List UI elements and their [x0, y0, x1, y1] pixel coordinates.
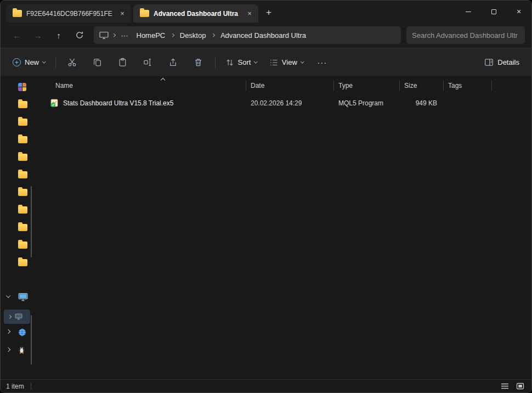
item-count: 1 item [6, 383, 24, 390]
sidebar-folder-item[interactable] [18, 152, 29, 162]
column-header-size[interactable]: Size [400, 81, 444, 91]
share-icon [168, 58, 178, 67]
sidebar-folder-item[interactable] [18, 117, 29, 127]
folder-icon [18, 242, 27, 249]
paste-icon [118, 58, 127, 67]
chevron-right-icon [8, 315, 11, 318]
cut-icon [67, 58, 77, 67]
maximize-icon [491, 9, 496, 14]
column-header-date[interactable]: Date [246, 81, 334, 91]
copy-icon [93, 58, 102, 67]
sidebar-folder-item[interactable] [18, 240, 29, 250]
folder-icon [18, 154, 27, 161]
file-date: 20.02.2026 14:29 [246, 99, 334, 107]
linux-penguin-icon [18, 345, 25, 354]
copy-button[interactable] [86, 53, 110, 72]
large-icons-view-toggle[interactable] [514, 381, 526, 391]
chevron-right-icon[interactable] [6, 329, 10, 334]
forward-button[interactable]: → [28, 26, 48, 44]
folder-icon [18, 259, 27, 266]
sort-button-label: Sort [238, 58, 251, 66]
column-header-name[interactable]: Name [48, 81, 246, 91]
sidebar-folder-item[interactable] [18, 222, 29, 232]
details-pane-icon [484, 58, 494, 67]
mql5-file-icon [50, 99, 59, 108]
details-pane-button[interactable]: Details [479, 53, 525, 72]
file-type: MQL5 Program [334, 99, 400, 107]
sidebar-folder-item[interactable] [18, 257, 29, 267]
status-divider [31, 383, 31, 390]
minimize-button[interactable] [456, 1, 481, 23]
sort-icon [225, 58, 234, 67]
explorer-tab-active[interactable]: Advanced Dashboard Ultra × [133, 4, 258, 23]
breadcrumb-desktop[interactable]: Desktop [178, 31, 208, 40]
sidebar-item-this-pc[interactable] [18, 292, 29, 302]
share-button[interactable] [161, 53, 185, 72]
view-button-label: View [282, 58, 297, 66]
folder-icon [18, 119, 27, 126]
more-options-button[interactable]: ··· [310, 53, 334, 72]
rename-icon [143, 58, 152, 67]
sidebar-folder-item[interactable] [18, 187, 29, 197]
refresh-button[interactable] [70, 26, 89, 44]
explorer-tab-inactive[interactable]: F92E64416DC9B766F951FE852 × [6, 4, 131, 23]
column-header-tags[interactable]: Tags [444, 81, 492, 91]
search-input[interactable] [412, 31, 519, 40]
chevron-down-icon [301, 60, 304, 63]
chevron-down-icon[interactable] [6, 293, 10, 297]
view-button[interactable]: View [264, 53, 309, 72]
close-button[interactable]: × [506, 1, 531, 23]
sidebar-item-gallery[interactable] [18, 82, 29, 92]
breadcrumb-current-folder[interactable]: Advanced Dashboard Ultra [218, 31, 308, 40]
sidebar-scrollbar[interactable] [31, 315, 32, 364]
desktop-icon [15, 313, 22, 320]
close-icon: × [517, 7, 521, 16]
sidebar-folder-item[interactable] [18, 205, 29, 215]
tab-close-icon[interactable]: × [244, 8, 255, 19]
tab-label: F92E64416DC9B766F951FE852 [26, 10, 112, 18]
sidebar-folder-item[interactable] [18, 99, 29, 109]
folder-icon [18, 189, 27, 196]
sidebar-folder-item[interactable] [18, 134, 29, 144]
chevron-right-icon[interactable] [6, 347, 10, 352]
chevron-right-icon [171, 33, 174, 37]
address-bar[interactable]: ··· HomePC Desktop Advanced Dashboard Ul… [94, 26, 401, 44]
sidebar-item-network[interactable] [18, 327, 29, 337]
folder-icon [140, 10, 149, 17]
sidebar-folder-item[interactable] [18, 170, 29, 179]
maximize-button[interactable] [481, 1, 506, 23]
chevron-down-icon [42, 60, 46, 63]
folder-icon [18, 171, 27, 178]
status-bar: 1 item [1, 379, 531, 392]
plus-icon: + [13, 58, 21, 66]
new-tab-button[interactable]: + [261, 5, 277, 20]
chevron-right-icon [212, 33, 215, 37]
this-pc-icon [99, 31, 109, 40]
delete-button[interactable] [186, 53, 211, 72]
tab-close-icon[interactable]: × [117, 8, 128, 19]
gallery-icon [18, 83, 26, 91]
folder-icon [18, 224, 27, 231]
sidebar-scrollbar[interactable] [31, 186, 32, 257]
new-button[interactable]: + New [7, 53, 51, 72]
tab-bar: F92E64416DC9B766F951FE852 × Advanced Das… [1, 1, 531, 23]
up-button[interactable]: ↑ [49, 26, 69, 44]
breadcrumb-homepc[interactable]: HomePC [134, 31, 168, 40]
navigation-pane[interactable] [1, 76, 32, 379]
cut-button[interactable] [60, 53, 84, 72]
search-box[interactable] [406, 26, 525, 44]
back-button[interactable]: ← [7, 26, 27, 44]
file-name: Stats Dashboard Ultra V15.8 Trial.ex5 [63, 99, 173, 107]
rename-button[interactable] [136, 53, 160, 72]
toolbar-divider [215, 57, 216, 69]
sidebar-item-linux[interactable] [18, 345, 29, 355]
sort-button[interactable]: Sort [220, 53, 263, 72]
breadcrumb-overflow-button[interactable]: ··· [119, 31, 131, 40]
folder-icon [13, 10, 22, 17]
details-view-toggle[interactable] [499, 381, 511, 391]
file-row[interactable]: Stats Dashboard Ultra V15.8 Trial.ex5 20… [48, 96, 531, 110]
column-header-type[interactable]: Type [334, 81, 400, 91]
paste-button[interactable] [111, 53, 135, 72]
sidebar-item-selected[interactable] [4, 310, 30, 324]
tab-label: Advanced Dashboard Ultra [154, 10, 240, 18]
